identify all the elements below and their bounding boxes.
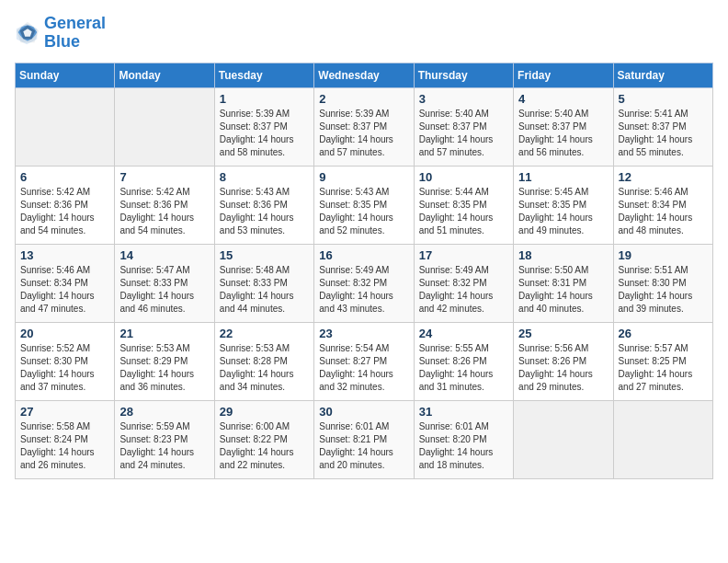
calendar-cell: 10Sunrise: 5:44 AMSunset: 8:35 PMDayligh… [414,166,513,244]
day-number: 9 [319,170,408,184]
day-number: 20 [20,327,109,340]
calendar-cell: 17Sunrise: 5:49 AMSunset: 8:32 PMDayligh… [414,244,513,322]
weekday-header-thursday: Thursday [414,63,513,87]
day-number: 1 [220,92,309,106]
calendar-cell: 13Sunrise: 5:46 AMSunset: 8:34 PMDayligh… [16,244,115,322]
calendar-cell: 15Sunrise: 5:48 AMSunset: 8:33 PMDayligh… [214,244,313,322]
day-info: Sunrise: 5:44 AMSunset: 8:35 PMDaylight:… [419,186,508,237]
day-number: 11 [518,170,608,184]
page-header: GeneralBlue [15,15,713,52]
calendar-cell: 23Sunrise: 5:54 AMSunset: 8:27 PMDayligh… [314,322,414,400]
day-info: Sunrise: 5:42 AMSunset: 8:36 PMDaylight:… [20,186,109,237]
day-number: 23 [319,327,408,340]
day-info: Sunrise: 5:49 AMSunset: 8:32 PMDaylight:… [419,264,508,316]
day-info: Sunrise: 5:47 AMSunset: 8:33 PMDaylight:… [119,264,209,316]
calendar-cell: 18Sunrise: 5:50 AMSunset: 8:31 PMDayligh… [514,244,613,322]
day-info: Sunrise: 5:52 AMSunset: 8:30 PMDaylight:… [20,342,109,394]
calendar-cell [613,400,712,478]
weekday-header-saturday: Saturday [613,63,712,87]
day-number: 16 [319,248,408,262]
logo: GeneralBlue [15,15,106,52]
weekday-header-friday: Friday [514,63,613,87]
day-info: Sunrise: 5:46 AMSunset: 8:34 PMDaylight:… [20,264,109,316]
calendar-cell: 8Sunrise: 5:43 AMSunset: 8:36 PMDaylight… [214,166,313,244]
calendar-cell: 31Sunrise: 6:01 AMSunset: 8:20 PMDayligh… [414,400,513,478]
day-number: 27 [20,405,109,419]
weekday-header-wednesday: Wednesday [314,63,414,87]
calendar-cell: 19Sunrise: 5:51 AMSunset: 8:30 PMDayligh… [613,244,712,322]
calendar-cell: 30Sunrise: 6:01 AMSunset: 8:21 PMDayligh… [314,400,414,478]
day-number: 24 [419,327,508,340]
calendar-table: SundayMondayTuesdayWednesdayThursdayFrid… [15,63,713,479]
day-info: Sunrise: 5:43 AMSunset: 8:35 PMDaylight:… [319,186,408,237]
day-info: Sunrise: 5:59 AMSunset: 8:23 PMDaylight:… [119,420,209,472]
day-info: Sunrise: 5:46 AMSunset: 8:34 PMDaylight:… [619,186,708,237]
calendar-cell: 20Sunrise: 5:52 AMSunset: 8:30 PMDayligh… [16,322,115,400]
day-number: 7 [119,170,209,184]
day-number: 22 [220,327,309,340]
day-number: 31 [419,405,508,419]
weekday-header-monday: Monday [115,63,214,87]
day-number: 28 [119,405,209,419]
day-number: 5 [619,92,708,106]
calendar-cell: 9Sunrise: 5:43 AMSunset: 8:35 PMDaylight… [314,166,414,244]
day-info: Sunrise: 5:55 AMSunset: 8:26 PMDaylight:… [419,342,508,394]
calendar-cell [16,87,115,166]
calendar-cell: 7Sunrise: 5:42 AMSunset: 8:36 PMDaylight… [115,166,214,244]
day-info: Sunrise: 5:58 AMSunset: 8:24 PMDaylight:… [20,420,109,472]
day-number: 2 [319,92,408,106]
day-info: Sunrise: 6:01 AMSunset: 8:21 PMDaylight:… [319,420,408,472]
day-info: Sunrise: 5:39 AMSunset: 8:37 PMDaylight:… [220,108,309,159]
calendar-cell [115,87,214,166]
day-info: Sunrise: 5:48 AMSunset: 8:33 PMDaylight:… [220,264,309,316]
logo-text: GeneralBlue [44,15,106,52]
calendar-cell: 3Sunrise: 5:40 AMSunset: 8:37 PMDaylight… [414,87,513,166]
day-info: Sunrise: 5:57 AMSunset: 8:25 PMDaylight:… [619,342,708,394]
day-number: 10 [419,170,508,184]
calendar-cell: 11Sunrise: 5:45 AMSunset: 8:35 PMDayligh… [514,166,613,244]
day-number: 13 [20,248,109,262]
calendar-cell: 16Sunrise: 5:49 AMSunset: 8:32 PMDayligh… [314,244,414,322]
weekday-header-sunday: Sunday [16,63,115,87]
calendar-cell: 29Sunrise: 6:00 AMSunset: 8:22 PMDayligh… [214,400,313,478]
calendar-cell: 25Sunrise: 5:56 AMSunset: 8:26 PMDayligh… [514,322,613,400]
day-info: Sunrise: 5:54 AMSunset: 8:27 PMDaylight:… [319,342,408,394]
calendar-cell: 12Sunrise: 5:46 AMSunset: 8:34 PMDayligh… [613,166,712,244]
day-number: 15 [220,248,309,262]
day-number: 17 [419,248,508,262]
day-info: Sunrise: 5:41 AMSunset: 8:37 PMDaylight:… [619,108,708,159]
day-info: Sunrise: 5:40 AMSunset: 8:37 PMDaylight:… [518,108,608,159]
day-number: 12 [619,170,708,184]
calendar-cell: 1Sunrise: 5:39 AMSunset: 8:37 PMDaylight… [214,87,313,166]
calendar-cell: 28Sunrise: 5:59 AMSunset: 8:23 PMDayligh… [115,400,214,478]
day-number: 4 [518,92,608,106]
day-number: 29 [220,405,309,419]
calendar-cell: 5Sunrise: 5:41 AMSunset: 8:37 PMDaylight… [613,87,712,166]
weekday-header-tuesday: Tuesday [214,63,313,87]
day-info: Sunrise: 5:51 AMSunset: 8:30 PMDaylight:… [619,264,708,316]
calendar-cell: 27Sunrise: 5:58 AMSunset: 8:24 PMDayligh… [16,400,115,478]
day-info: Sunrise: 5:49 AMSunset: 8:32 PMDaylight:… [319,264,408,316]
day-number: 19 [619,248,708,262]
day-number: 25 [518,327,608,340]
day-info: Sunrise: 6:01 AMSunset: 8:20 PMDaylight:… [419,420,508,472]
calendar-cell: 14Sunrise: 5:47 AMSunset: 8:33 PMDayligh… [115,244,214,322]
day-info: Sunrise: 5:56 AMSunset: 8:26 PMDaylight:… [518,342,608,394]
day-number: 6 [20,170,109,184]
day-info: Sunrise: 5:45 AMSunset: 8:35 PMDaylight:… [518,186,608,237]
day-number: 8 [220,170,309,184]
day-info: Sunrise: 5:43 AMSunset: 8:36 PMDaylight:… [220,186,309,237]
calendar-cell: 24Sunrise: 5:55 AMSunset: 8:26 PMDayligh… [414,322,513,400]
day-number: 14 [119,248,209,262]
day-number: 3 [419,92,508,106]
day-info: Sunrise: 5:40 AMSunset: 8:37 PMDaylight:… [419,108,508,159]
day-number: 18 [518,248,608,262]
calendar-cell [514,400,613,478]
calendar-cell: 2Sunrise: 5:39 AMSunset: 8:37 PMDaylight… [314,87,414,166]
day-number: 21 [119,327,209,340]
day-info: Sunrise: 5:53 AMSunset: 8:29 PMDaylight:… [119,342,209,394]
day-info: Sunrise: 5:53 AMSunset: 8:28 PMDaylight:… [220,342,309,394]
day-number: 26 [619,327,708,340]
day-info: Sunrise: 5:42 AMSunset: 8:36 PMDaylight:… [119,186,209,237]
calendar-cell: 21Sunrise: 5:53 AMSunset: 8:29 PMDayligh… [115,322,214,400]
